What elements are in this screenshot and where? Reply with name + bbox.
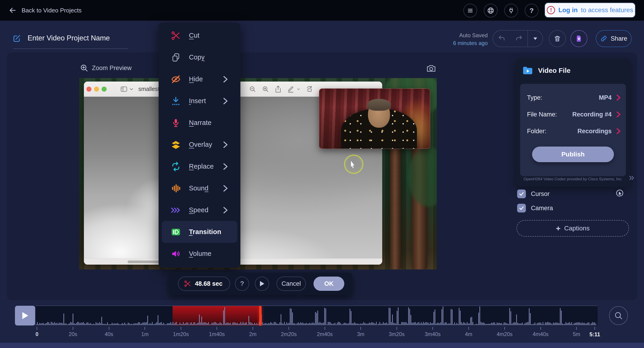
menu-item-label: Transition xyxy=(189,228,221,236)
trim-preview-play-button[interactable] xyxy=(255,277,269,291)
video-folder-icon xyxy=(522,66,533,75)
top-bar: Back to Video Projects ? ! Log in to acc… xyxy=(0,0,644,21)
autosave-line2: 6 minutes ago xyxy=(434,40,488,46)
chevron-right-icon xyxy=(222,75,228,83)
question-icon: ? xyxy=(530,7,534,14)
zoom-in-icon[interactable] xyxy=(262,86,269,93)
file-row-folder[interactable]: Folder:Recordings xyxy=(520,124,626,138)
timeline-play-button[interactable] xyxy=(15,306,35,326)
zoom-preview-control[interactable]: Zoom Preview xyxy=(80,64,132,72)
audio-waveform xyxy=(36,306,598,325)
help-button[interactable]: ? xyxy=(525,4,538,17)
webcam-overlay[interactable] xyxy=(319,88,430,149)
chevron-down-icon[interactable] xyxy=(130,88,133,90)
share-sheet-icon[interactable] xyxy=(275,85,281,93)
share-button[interactable]: Share xyxy=(596,30,632,47)
menu-item-replace[interactable]: Replace xyxy=(162,155,237,177)
file-row-value: Recording #4 xyxy=(572,111,612,118)
file-row-value: Recordings xyxy=(577,128,612,135)
menu-item-insert[interactable]: Insert xyxy=(162,90,237,112)
scissors-icon xyxy=(170,30,181,41)
triple-chevron-icon xyxy=(170,205,181,215)
login-label-strong: Log in xyxy=(558,6,578,14)
language-button[interactable] xyxy=(484,4,498,17)
panel-collapse-button[interactable]: » xyxy=(629,172,634,183)
cursor-checkbox[interactable] xyxy=(517,190,526,198)
back-label: Back to Video Projects xyxy=(22,7,82,14)
redo-icon xyxy=(515,35,523,42)
trim-toolbar-notch xyxy=(296,295,304,299)
menu-item-speed[interactable]: Speed xyxy=(162,199,237,221)
integrations-button[interactable] xyxy=(504,4,518,17)
video-editor-app: Back to Video Projects ? ! Log in to acc… xyxy=(0,0,644,348)
menu-item-transition[interactable]: Transition xyxy=(162,221,237,243)
timeline-tick: 3m20s xyxy=(389,327,404,338)
camera-checkbox[interactable] xyxy=(517,204,526,213)
chevron-right-icon xyxy=(222,184,228,192)
menu-item-cut[interactable]: Cut xyxy=(162,24,237,46)
main-menu-button[interactable] xyxy=(463,4,477,17)
menu-item-hide[interactable]: Hide xyxy=(162,68,237,90)
pointer-style-button[interactable] xyxy=(616,189,625,198)
back-to-projects-button[interactable]: Back to Video Projects xyxy=(8,0,82,21)
trim-ok-button[interactable]: OK xyxy=(314,277,344,291)
rotate-icon[interactable] xyxy=(306,86,313,93)
download-file-icon xyxy=(575,35,583,42)
trim-duration-pill[interactable]: 48.68 sec xyxy=(178,277,230,291)
timeline-zoom-button[interactable] xyxy=(609,306,628,325)
captions-label: Captions xyxy=(564,225,590,232)
chevron-right-icon xyxy=(222,141,228,149)
snapshot-button[interactable] xyxy=(426,64,436,73)
plug-icon xyxy=(508,7,514,14)
zoom-out-icon[interactable] xyxy=(249,86,256,93)
publish-button[interactable]: Publish xyxy=(532,147,614,162)
trim-help-button[interactable]: ? xyxy=(235,277,249,291)
cursor-toggle-row[interactable]: Cursor xyxy=(517,189,630,198)
timeline-track[interactable] xyxy=(36,306,598,326)
menu-item-sound[interactable]: Sound xyxy=(162,177,237,199)
microphone-icon xyxy=(170,118,181,128)
menu-item-narrate[interactable]: Narrate xyxy=(162,112,237,134)
magnifier-plus-icon xyxy=(80,64,88,72)
menu-item-volume[interactable]: Volume xyxy=(162,243,237,265)
file-row-label: File Name: xyxy=(527,111,557,118)
undo-button[interactable] xyxy=(493,30,510,47)
add-captions-button[interactable]: + Captions xyxy=(516,220,629,237)
video-file-title: Video File xyxy=(538,67,570,74)
file-row-label: Folder: xyxy=(527,128,546,135)
playhead[interactable] xyxy=(259,306,262,326)
menu-item-label: Copy xyxy=(189,53,205,61)
mac-zoom-button[interactable] xyxy=(102,87,107,92)
file-row-type[interactable]: Type:MP4 xyxy=(520,90,626,105)
markup-pencil-icon[interactable] xyxy=(287,85,294,93)
edit-title-icon[interactable] xyxy=(12,34,21,44)
chevron-down-icon[interactable] xyxy=(297,88,300,90)
autosave-line1: Auto Saved xyxy=(434,32,488,38)
window-zoom-level: smallest xyxy=(138,86,160,92)
download-button[interactable] xyxy=(570,30,588,47)
chevron-right-icon xyxy=(222,206,228,214)
project-name-input[interactable]: Enter Video Project Name xyxy=(28,34,110,42)
login-button[interactable]: ! Log in to access features xyxy=(545,3,635,17)
transition-clip-icon xyxy=(170,227,181,237)
history-dropdown-button[interactable] xyxy=(528,30,543,47)
trim-cancel-button[interactable]: Cancel xyxy=(276,277,306,291)
layers-icon xyxy=(170,139,181,150)
camera-toggle-row[interactable]: Camera xyxy=(517,204,630,213)
timeline-tick: 1m xyxy=(141,327,149,338)
sidebar-toggle-icon[interactable] xyxy=(120,86,127,92)
login-label-rest: to access features xyxy=(581,6,633,14)
menu-item-label: Replace xyxy=(189,163,214,170)
mac-minimize-button[interactable] xyxy=(94,87,99,92)
menu-item-copy[interactable]: Copy xyxy=(162,46,237,68)
trim-toolbar: 48.68 sec ? Cancel OK xyxy=(169,272,352,295)
mac-close-button[interactable] xyxy=(86,87,92,92)
delete-button[interactable] xyxy=(549,30,566,47)
menu-item-overlay[interactable]: Overlay xyxy=(162,134,237,155)
link-icon xyxy=(600,35,608,42)
video-preview-stage[interactable]: smallest xyxy=(79,78,437,270)
file-row-file-name[interactable]: File Name:Recording #4 xyxy=(520,107,626,122)
menu-item-label: Cut xyxy=(189,32,200,39)
redo-button[interactable] xyxy=(510,30,528,47)
timeline-tick: 2m xyxy=(249,327,256,338)
